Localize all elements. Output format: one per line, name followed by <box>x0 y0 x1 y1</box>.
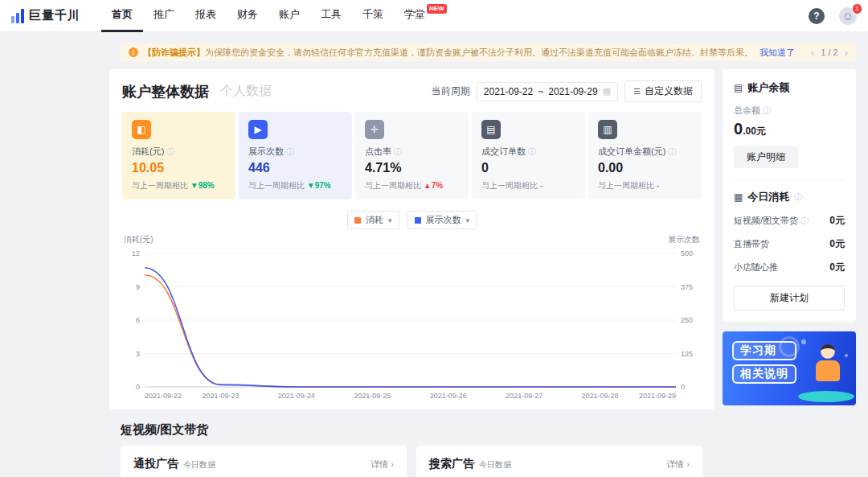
svg-text:2021-09-22: 2021-09-22 <box>145 392 182 400</box>
arrow-right-icon: › <box>391 459 394 469</box>
feed-ads-detail-link[interactable]: 详情 › <box>371 458 394 471</box>
svg-text:375: 375 <box>681 283 693 291</box>
balance-card: ▤ 账户余额 总余额 ⓘ 0.00元 账户明细 ▦ 今日消耗 ⓘ <box>723 69 856 322</box>
nav-item-qiance[interactable]: 千策 <box>352 0 394 32</box>
stat-value: 10.05 <box>132 161 226 175</box>
right-sidebar: ▤ 账户余额 总余额 ⓘ 0.00元 账户明细 ▦ 今日消耗 ⓘ <box>723 69 856 405</box>
info-icon[interactable]: ⓘ <box>763 105 771 117</box>
svg-text:125: 125 <box>681 350 693 358</box>
feed-ads-title: 通投广告 <box>133 457 178 471</box>
svg-text:250: 250 <box>681 316 693 324</box>
page-title: 账户整体数据 <box>122 82 209 101</box>
stat-value: 4.71% <box>365 161 459 175</box>
svg-text:2021-09-28: 2021-09-28 <box>582 392 619 400</box>
divider <box>734 179 845 180</box>
logo[interactable]: 巨量千川 <box>11 8 80 23</box>
chart-legend: 消耗 ▾ 展示次数 ▾ <box>122 211 702 229</box>
legend-select-spend[interactable]: 消耗 ▾ <box>347 211 399 229</box>
svg-text:2021-09-25: 2021-09-25 <box>354 392 391 400</box>
fraud-notice-banner: ! 【防诈骗提示】 为保障您的资金安全，请勿轻信任何非官方充值渠道，谨防资金账户… <box>121 43 856 61</box>
info-icon[interactable]: ⓘ <box>528 146 536 158</box>
nav-item-academy[interactable]: 学堂 NEW <box>394 0 457 32</box>
account-overview-panel: 账户整体数据 个人数据 当前周期 2021-09-22 ~ 2021-09-29… <box>109 69 714 409</box>
stat-delta: - <box>540 181 542 190</box>
calculator-icon: ▦ <box>734 191 743 203</box>
svg-text:12: 12 <box>132 249 140 257</box>
legend-color-swatch <box>415 217 421 224</box>
user-avatar[interactable]: ☺ 1 <box>839 7 857 25</box>
arrow-right-icon: › <box>686 459 690 469</box>
nav-item-tools[interactable]: 工具 <box>310 0 352 32</box>
navbar-right: ? ☺ 1 <box>809 7 857 25</box>
left-axis-label: 消耗(元) <box>124 234 154 245</box>
menu-icon: ☰ <box>633 87 641 96</box>
chevron-down-icon: ▾ <box>466 216 470 224</box>
svg-text:0: 0 <box>136 383 140 391</box>
account-detail-button[interactable]: 账户明细 <box>734 146 798 168</box>
svg-text:2021-09-24: 2021-09-24 <box>278 392 315 400</box>
stat-value: 0 <box>481 161 575 175</box>
search-ads-title: 搜索广告 <box>429 457 474 471</box>
stat-card-spend[interactable]: ◧ 消耗(元)ⓘ 10.05 与上一周期相比 ▼98% <box>122 112 235 199</box>
svg-text:2021-09-26: 2021-09-26 <box>430 392 467 400</box>
page-body: ! 【防诈骗提示】 为保障您的资金安全，请勿轻信任何非官方充值渠道，谨防资金账户… <box>0 32 868 477</box>
gmv-icon: ▥ <box>598 120 617 139</box>
total-balance-label: 总余额 <box>734 105 760 117</box>
notice-pager: ‹ 1 / 2 › <box>801 47 848 59</box>
legend-select-impressions[interactable]: 展示次数 ▾ <box>407 211 477 229</box>
svg-text:9: 9 <box>136 283 140 291</box>
top-navbar: 巨量千川 首页 推广 报表 财务 账户 工具 千策 学堂 NEW ? ☺ 1 <box>0 0 868 32</box>
info-icon[interactable]: ⓘ <box>794 191 802 203</box>
info-icon[interactable]: ⓘ <box>286 146 294 158</box>
today-data-tag: 今日数据 <box>479 459 511 471</box>
stat-delta: ▲7% <box>424 181 443 190</box>
notice-acknowledge-link[interactable]: 我知道了 <box>760 47 795 59</box>
stats-row: ◧ 消耗(元)ⓘ 10.05 与上一周期相比 ▼98% ▶ 展示次数ⓘ 446 … <box>122 112 702 199</box>
nav-item-account[interactable]: 账户 <box>268 0 310 32</box>
info-icon[interactable]: ⓘ <box>800 216 809 227</box>
promo-decoration <box>779 336 800 357</box>
today-consume-title: 今日消耗 <box>747 190 789 204</box>
learning-period-banner[interactable]: 学习期 相关说明 <box>723 331 856 405</box>
right-axis-label: 展示次数 <box>668 234 700 245</box>
chevron-down-icon: ▾ <box>388 216 392 224</box>
stat-card-orders[interactable]: ▤ 成交订单数ⓘ 0 与上一周期相比 - <box>472 112 585 199</box>
search-ads-detail-link[interactable]: 详情 › <box>666 458 690 471</box>
custom-data-button[interactable]: ☰ 自定义数据 <box>624 80 702 102</box>
notice-text: 为保障您的资金安全，请勿轻信任何非官方充值渠道，谨防资金账户被不法分子利用。通过… <box>205 47 753 59</box>
date-range-picker[interactable]: 2021-09-22 ~ 2021-09-29 ▦ <box>477 82 618 101</box>
stat-card-gmv[interactable]: ▥ 成交订单金额(元)ⓘ 0.00 与上一周期相比 - <box>588 112 702 199</box>
balance-title: 账户余额 <box>747 80 789 95</box>
stat-delta: ▼98% <box>190 181 215 190</box>
stat-card-impressions[interactable]: ▶ 展示次数ⓘ 446 与上一周期相比 ▼97% <box>239 112 352 199</box>
promo-line2: 相关说明 <box>732 364 796 384</box>
nav-item-finance[interactable]: 财务 <box>227 0 268 32</box>
info-icon[interactable]: ⓘ <box>394 146 402 158</box>
ctr-icon: ✛ <box>365 120 384 139</box>
nav-item-reports[interactable]: 报表 <box>185 0 227 32</box>
help-icon[interactable]: ? <box>809 8 825 24</box>
nav-item-home[interactable]: 首页 <box>101 0 143 32</box>
trend-chart: 03691201252503755002021-09-222021-09-232… <box>122 247 702 401</box>
notice-page-indicator: 1 / 2 <box>821 47 837 57</box>
stat-value: 0.00 <box>598 161 692 175</box>
stat-value: 446 <box>248 161 342 175</box>
info-icon[interactable]: ⓘ <box>668 146 676 158</box>
notice-next-icon[interactable]: › <box>845 47 848 59</box>
new-badge: NEW <box>427 4 447 14</box>
notice-prefix: 【防诈骗提示】 <box>143 47 205 59</box>
warning-icon: ! <box>129 47 138 57</box>
new-plan-button[interactable]: 新建计划 <box>734 286 845 310</box>
date-separator: ~ <box>538 86 543 97</box>
date-start: 2021-09-22 <box>484 86 533 97</box>
tab-personal-data[interactable]: 个人数据 <box>220 83 272 100</box>
stat-card-ctr[interactable]: ✛ 点击率ⓘ 4.71% 与上一周期相比 ▲7% <box>355 112 469 199</box>
calendar-icon: ▦ <box>603 86 611 97</box>
notice-prev-icon[interactable]: ‹ <box>811 47 814 59</box>
spend-icon: ◧ <box>132 120 151 139</box>
logo-bars-icon <box>11 9 24 23</box>
stat-delta: ▼97% <box>307 181 331 190</box>
svg-text:0: 0 <box>681 383 685 391</box>
nav-item-promotion[interactable]: 推广 <box>143 0 185 32</box>
info-icon[interactable]: ⓘ <box>166 146 174 158</box>
